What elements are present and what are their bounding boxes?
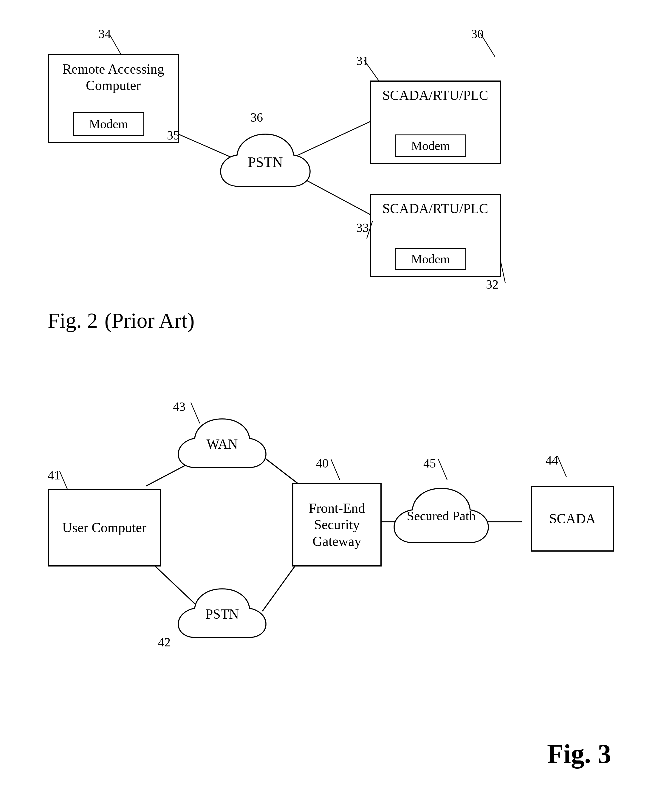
fig3-title: Fig. 3 xyxy=(547,738,611,769)
fig3-lines xyxy=(30,373,641,775)
user-computer-box: User Computer xyxy=(48,489,161,567)
page: 34 Remote Accessing Computer Modem 35 36… xyxy=(0,0,672,794)
modem3-box: Modem xyxy=(395,248,466,270)
scada1-label: SCADA/RTU/PLC xyxy=(371,82,500,106)
remote-computer-label: Remote Accessing Computer xyxy=(49,55,178,97)
frontend-gateway-box: Front-End Security Gateway xyxy=(292,483,382,567)
svg-line-20 xyxy=(438,459,447,480)
ref-36: 36 xyxy=(250,110,263,125)
secured-path-cloud: Secured Path xyxy=(387,480,495,549)
svg-line-19 xyxy=(331,459,340,480)
scada2-label: SCADA/RTU/PLC xyxy=(371,195,500,220)
svg-text:WAN: WAN xyxy=(206,437,238,452)
ref-45: 45 xyxy=(423,456,436,471)
svg-text:PSTN: PSTN xyxy=(205,607,239,622)
fig2-title: Fig. 2 (Prior Art) xyxy=(48,303,195,334)
scada2-box: SCADA/RTU/PLC Modem xyxy=(370,194,501,277)
ref-40: 40 xyxy=(316,456,328,471)
modem2-box: Modem xyxy=(395,134,466,157)
wan-cloud: WAN xyxy=(173,411,271,471)
svg-line-8 xyxy=(501,263,506,283)
svg-line-7 xyxy=(367,221,373,239)
svg-line-6 xyxy=(480,33,495,57)
scada-box: SCADA xyxy=(531,486,614,552)
figure-2-area: 34 Remote Accessing Computer Modem 35 36… xyxy=(30,18,626,346)
remote-computer-box: Remote Accessing Computer Modem xyxy=(48,54,179,143)
ref-42: 42 xyxy=(158,635,171,649)
modem1-box: Modem xyxy=(73,112,144,136)
svg-line-22 xyxy=(557,456,566,477)
pstn-cloud: PSTN xyxy=(214,125,316,191)
svg-line-5 xyxy=(364,60,379,80)
figure-3-area: 43 WAN 41 User Computer 42 PSTN 40 xyxy=(30,373,641,775)
user-computer-label: User Computer xyxy=(62,519,146,536)
pstn-cloud-fig3: PSTN xyxy=(173,581,271,641)
svg-text:PSTN: PSTN xyxy=(248,154,283,170)
scada1-box: SCADA/RTU/PLC Modem xyxy=(370,80,501,164)
ref-35: 35 xyxy=(167,128,179,142)
scada-label: SCADA xyxy=(549,511,596,527)
svg-text:Secured Path: Secured Path xyxy=(407,509,476,523)
frontend-gateway-label: Front-End Security Gateway xyxy=(293,497,381,552)
